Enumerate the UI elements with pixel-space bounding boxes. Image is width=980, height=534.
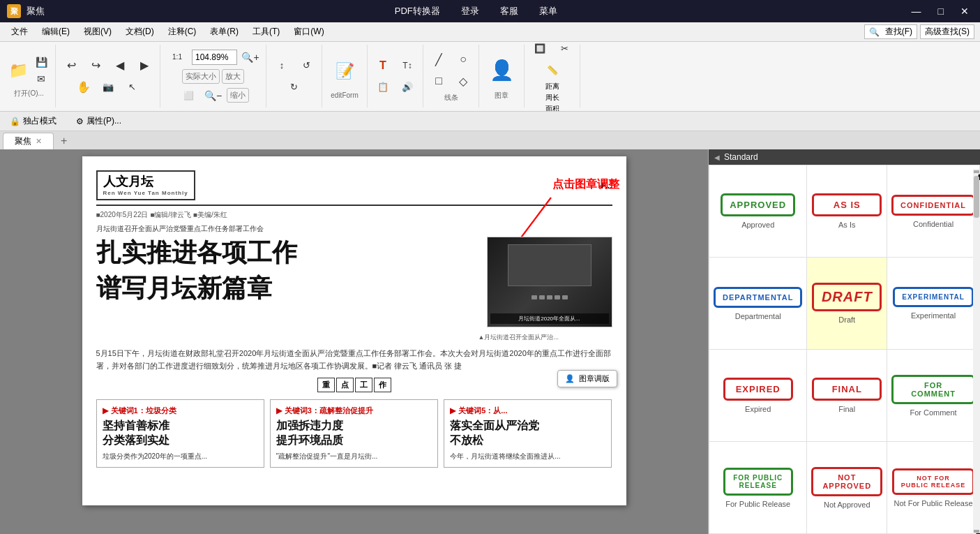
stamp-approved-box: APPROVED <box>721 193 795 216</box>
toolbar-row-2: ↩ ↪ ◀ ▶ <box>60 56 156 75</box>
close-button[interactable]: ✕ <box>956 4 973 18</box>
undo-button[interactable]: ↩ <box>60 56 82 75</box>
article-main: 扎实推进各项工作 谱写月坛新篇章 <box>96 237 612 342</box>
stamp-approved[interactable]: APPROVED Approved <box>709 165 806 257</box>
stamp-adjuster[interactable]: 👤 图章调版 <box>557 370 617 387</box>
scroll-down-button[interactable]: ▼ <box>974 530 979 533</box>
shapes-button[interactable]: ○ <box>452 50 474 69</box>
zoom-out-button[interactable]: 🔍− <box>202 86 225 105</box>
line-tool-button[interactable]: ╱ <box>428 50 450 69</box>
scroll-thumb[interactable] <box>974 176 979 218</box>
stamp-expired[interactable]: EXPIRED Expired <box>709 350 806 441</box>
zoom-row-3: ⬜ 🔍− 缩小 <box>178 86 249 105</box>
audio-button[interactable]: 🔊 <box>396 77 419 97</box>
menu-annotate[interactable]: 注释(C) <box>163 24 202 39</box>
stamp-expired-box: EXPIRED <box>723 378 793 401</box>
active-tab[interactable]: 聚焦 ✕ <box>3 133 54 149</box>
forward-button[interactable]: ▶ <box>133 56 156 75</box>
stamp-final[interactable]: FINAL Final <box>807 350 887 441</box>
maximize-button[interactable]: □ <box>934 4 948 18</box>
find-label[interactable]: 查找(F) <box>885 26 912 38</box>
toolbar-row-3: ✋ 📷 ↖ <box>73 77 144 97</box>
menu-form[interactable]: 表单(R) <box>204 24 244 39</box>
eraser-button[interactable]: 🔲 <box>529 42 551 58</box>
newspaper-meta: ■2020年5月22日 ■编辑/律云飞 ■美编/朱红 <box>96 210 612 220</box>
main-content: 人文月坛 Ren Wen Yue Tan Monthly F... ■2020年… <box>0 149 980 534</box>
toolbar-measure-group: 🔲 ✂ 📏 距离 周长 面积 <box>527 45 580 107</box>
hand-button[interactable]: ✋ <box>73 77 95 97</box>
tab-label: 聚焦 <box>15 135 31 147</box>
stamp-as-is[interactable]: AS IS As Is <box>807 165 887 257</box>
stamp-experimental[interactable]: EXPERIMENTAL Experimental <box>887 258 979 349</box>
exclusive-mode-button[interactable]: 🔒 独占模式 <box>6 114 61 128</box>
stamp-not-for-public-release[interactable]: NOT FORPUBLIC RELEASE Not For Public Rel… <box>887 442 979 533</box>
scroll-up-button[interactable]: ▲ <box>974 170 979 173</box>
text-insert-button[interactable]: T <box>372 56 394 75</box>
measure-button[interactable]: 📏 <box>541 60 564 80</box>
advanced-find-label[interactable]: 高级查找(S) <box>925 26 970 38</box>
app-name: 聚焦 <box>27 5 45 17</box>
title-bar: 聚 聚焦 PDF转换器 登录 客服 菜单 — □ ✕ <box>0 0 980 22</box>
tab-close-icon[interactable]: ✕ <box>36 137 42 146</box>
fit-label: 实际大小 <box>182 69 220 84</box>
menu-document[interactable]: 文档(D) <box>120 24 160 39</box>
zoom-row-2: 实际大小 放大 <box>182 69 244 84</box>
stamp-panel-header: ◀ Standard <box>709 149 980 165</box>
menu-view[interactable]: 视图(V) <box>78 24 117 39</box>
fit-page-button[interactable]: ⬜ <box>178 86 200 105</box>
rotate-right-button[interactable]: ↻ <box>283 77 306 97</box>
scroll-mode-button[interactable]: ↕ <box>271 56 293 75</box>
minimize-button[interactable]: — <box>907 4 926 18</box>
stamp-button[interactable]: 👤 <box>483 52 520 89</box>
menu-edit[interactable]: 编辑(E) <box>36 24 75 39</box>
stamp-not-approved[interactable]: NOT APPROVED Not Approved <box>807 442 887 533</box>
freeform-button[interactable]: ◇ <box>452 71 474 91</box>
zoom-input[interactable] <box>192 50 237 65</box>
toolbar-draw-group: ╱ ○ □ ◇ 线条 <box>426 45 479 107</box>
stamp-for-comment[interactable]: FOR COMMENT For Comment <box>887 350 979 441</box>
menu-file[interactable]: 文件 <box>6 24 33 39</box>
toolbar-file-group: 📁 💾 ✉ 打开(O)... <box>6 45 56 107</box>
stamp-confidential[interactable]: CONFIDENTIAL Confidential <box>887 165 979 257</box>
edit-form-button[interactable]: 📝 <box>326 53 363 89</box>
menu-btn[interactable]: 菜单 <box>539 5 557 17</box>
redo-button[interactable]: ↪ <box>84 56 107 75</box>
login-btn[interactable]: 登录 <box>461 5 479 17</box>
cursor-button[interactable]: ↖ <box>121 77 144 97</box>
back-button[interactable]: ◀ <box>109 56 131 75</box>
save-button[interactable]: 💾 <box>31 54 51 70</box>
text-edit-button[interactable]: T↕ <box>396 56 419 75</box>
open-button[interactable]: 📁 <box>7 61 29 80</box>
edit-form-label: editForm <box>331 91 358 99</box>
zoom-in-button[interactable]: 🔍+ <box>239 47 262 67</box>
support-btn[interactable]: 客服 <box>500 5 518 17</box>
stamp-not-approved-label: Not Approved <box>824 500 870 509</box>
title-bar-center: PDF转换器 登录 客服 菜单 <box>395 5 557 17</box>
article-header: 月坛街道召开全面从严治党暨重点工作任务部署工作会 <box>96 224 612 234</box>
kw-box-3: 工 <box>355 378 372 392</box>
menu-window[interactable]: 窗口(W) <box>288 24 329 39</box>
stamp-confidential-box: CONFIDENTIAL <box>891 195 975 216</box>
email-button[interactable]: ✉ <box>31 71 51 87</box>
add-tab-button[interactable]: + <box>54 133 74 149</box>
camera-button[interactable]: 📷 <box>97 77 119 97</box>
article-title-1: 扎实推进各项工作 <box>96 237 478 269</box>
kw-card-title-1: ▶ 关键词1：垃圾分类 <box>103 406 258 416</box>
copy-text-button[interactable]: 📋 <box>372 77 394 97</box>
stamp-for-public-release[interactable]: FOR PUBLICRELEASE For Public Release <box>709 442 806 533</box>
stamp-departmental[interactable]: DEPARTMENTAL Departmental <box>709 258 806 349</box>
properties-button[interactable]: ⚙ 属性(P)... <box>72 114 126 128</box>
title-bar-left: 聚 聚焦 <box>7 4 45 18</box>
collapse-arrow-icon[interactable]: ◀ <box>714 154 720 161</box>
actual-size-button[interactable]: 1:1 <box>165 47 190 67</box>
pdf-converter-btn[interactable]: PDF转换器 <box>395 5 440 17</box>
stamp-draft[interactable]: DRAFT Draft <box>807 258 887 349</box>
image-overlay: 月坛街道2020年全面从... <box>490 313 609 324</box>
menu-tools[interactable]: 工具(T) <box>247 24 285 39</box>
rotate-button[interactable]: ↺ <box>295 56 317 75</box>
kw-card-body-3: "疏解整治促提升"一直是月坛街... <box>276 451 432 461</box>
kw-arrow-icon-1: ▶ <box>103 406 108 415</box>
search-icon: 🔍 <box>869 27 880 37</box>
rect-button[interactable]: □ <box>428 71 450 91</box>
crop-button[interactable]: ✂ <box>553 42 575 58</box>
